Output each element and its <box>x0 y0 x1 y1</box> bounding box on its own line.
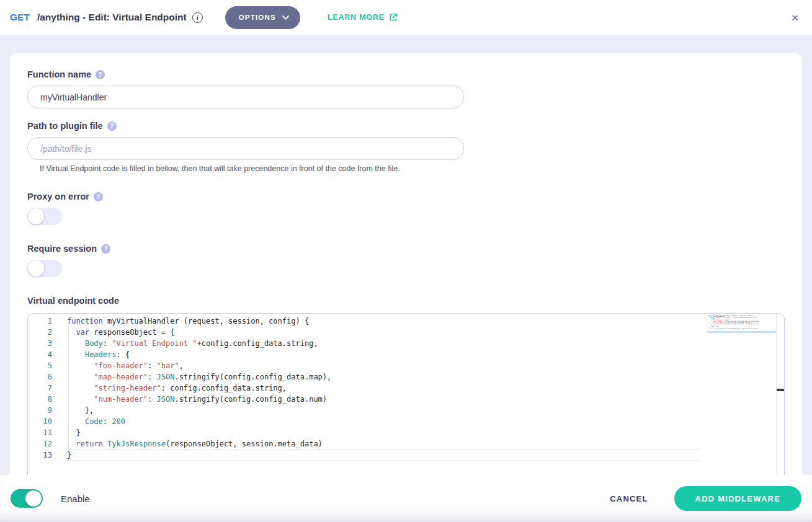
require-session-label-row: Require session ? <box>27 244 785 254</box>
line-number: 12 <box>28 438 52 449</box>
require-session-toggle[interactable] <box>27 260 62 277</box>
line-number: 13 <box>28 449 52 461</box>
action-bar: Enable CANCEL ADD MIDDLEWARE <box>0 475 812 522</box>
toggle-knob <box>25 490 42 507</box>
learn-more-label: LEARN MORE <box>328 13 385 22</box>
info-icon[interactable]: i <box>192 12 203 23</box>
help-icon[interactable]: ? <box>94 192 103 201</box>
action-bar-buttons: CANCEL ADD MIDDLEWARE <box>606 486 801 511</box>
plugin-path-label: Path to plugin file <box>27 121 103 131</box>
code-line: Headers: { <box>67 349 700 360</box>
chevron-down-icon <box>282 15 289 20</box>
line-number: 1 <box>28 316 52 327</box>
proxy-on-error-toggle[interactable] <box>27 208 62 225</box>
line-number-gutter: 12345678910111213 <box>28 316 60 461</box>
indent-guide <box>68 327 69 449</box>
code-line: var responseObject = { <box>67 327 700 338</box>
external-link-icon <box>389 13 398 22</box>
line-number: 7 <box>28 383 52 394</box>
minimap-active-line-highlight <box>707 331 776 333</box>
line-number: 10 <box>28 416 52 427</box>
code-line: } <box>67 427 700 438</box>
code-area[interactable]: function myVirtualHandler (request, sess… <box>67 316 700 461</box>
code-line: "string-header": config.config_data.stri… <box>67 383 700 394</box>
help-icon[interactable]: ? <box>101 244 110 254</box>
code-line: "map-header": JSON.stringify(config.conf… <box>67 371 700 383</box>
minimap[interactable]: function myVirtualHandler (request, sess… <box>707 315 776 331</box>
code-line: } <box>67 449 700 461</box>
close-icon[interactable]: × <box>788 11 802 25</box>
options-button[interactable]: OPTIONS <box>225 6 300 29</box>
line-number: 2 <box>28 327 52 338</box>
help-icon[interactable]: ? <box>96 70 105 79</box>
page-title: /anything - Edit: Virtual Endpoint <box>37 12 187 23</box>
code-line: Code: 200 <box>67 416 700 427</box>
proxy-on-error-label: Proxy on error <box>27 192 89 201</box>
enable-label: Enable <box>61 493 90 504</box>
learn-more-link[interactable]: LEARN MORE <box>328 13 398 22</box>
code-line: return TykJsResponse(responseObject, ses… <box>67 438 700 449</box>
proxy-on-error-label-row: Proxy on error ? <box>27 192 785 201</box>
plugin-path-helper-text: If Virtual Endpoint code is filled in be… <box>40 164 785 173</box>
line-number: 5 <box>28 360 52 371</box>
line-number: 9 <box>28 405 52 416</box>
overview-ruler-divider <box>776 314 777 497</box>
content-area: Function name ? Path to plugin file ? If… <box>0 35 812 475</box>
code-editor-label: Virtual endpoint code <box>27 296 119 306</box>
code-line: function myVirtualHandler (request, sess… <box>67 316 700 327</box>
code-editor-label-row: Virtual endpoint code <box>27 296 785 306</box>
function-name-label: Function name <box>27 69 91 79</box>
function-name-label-row: Function name ? <box>27 69 785 79</box>
endpoint-editor-header: GET /anything - Edit: Virtual Endpoint i… <box>0 0 812 35</box>
code-line: "foo-header": "bar", <box>67 360 700 371</box>
function-name-input[interactable] <box>27 86 464 108</box>
line-number: 4 <box>28 349 52 360</box>
line-number: 3 <box>28 338 52 349</box>
middleware-form-card: Function name ? Path to plugin file ? If… <box>10 53 802 475</box>
plugin-path-input[interactable] <box>27 137 464 160</box>
code-line: }, <box>67 405 700 416</box>
plugin-path-label-row: Path to plugin file ? <box>27 121 785 131</box>
line-number: 11 <box>28 427 52 438</box>
add-middleware-button[interactable]: ADD MIDDLEWARE <box>674 486 801 511</box>
overview-ruler-cursor-marker <box>777 389 784 391</box>
line-number: 8 <box>28 394 52 405</box>
cancel-button[interactable]: CANCEL <box>606 493 651 504</box>
require-session-label: Require session <box>27 244 97 254</box>
code-line: "num-header": JSON.stringify(config.conf… <box>67 394 700 405</box>
http-method-badge: GET <box>10 12 30 23</box>
help-icon[interactable]: ? <box>107 122 117 131</box>
options-button-label: OPTIONS <box>239 14 276 21</box>
code-line: Body: "Virtual Endpoint "+config.config_… <box>67 338 700 349</box>
virtual-endpoint-code-editor[interactable]: 12345678910111213 function myVirtualHand… <box>27 313 785 497</box>
enable-toggle[interactable] <box>11 489 43 508</box>
line-number: 6 <box>28 371 52 383</box>
toggle-knob <box>28 260 44 276</box>
toggle-knob <box>28 208 44 224</box>
